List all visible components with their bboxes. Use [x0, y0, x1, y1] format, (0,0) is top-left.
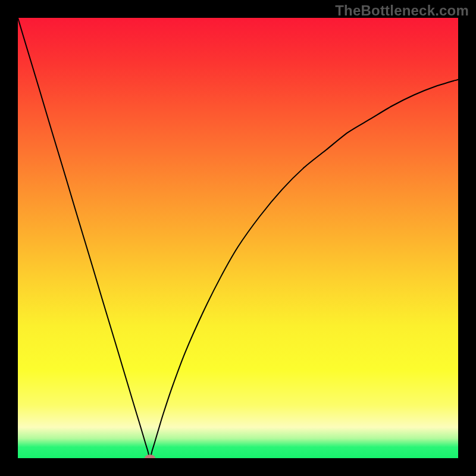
- watermark-text: TheBottleneck.com: [335, 2, 469, 19]
- chart-svg: [18, 18, 458, 458]
- plot-area: [18, 18, 458, 458]
- chart-frame: TheBottleneck.com: [0, 0, 476, 476]
